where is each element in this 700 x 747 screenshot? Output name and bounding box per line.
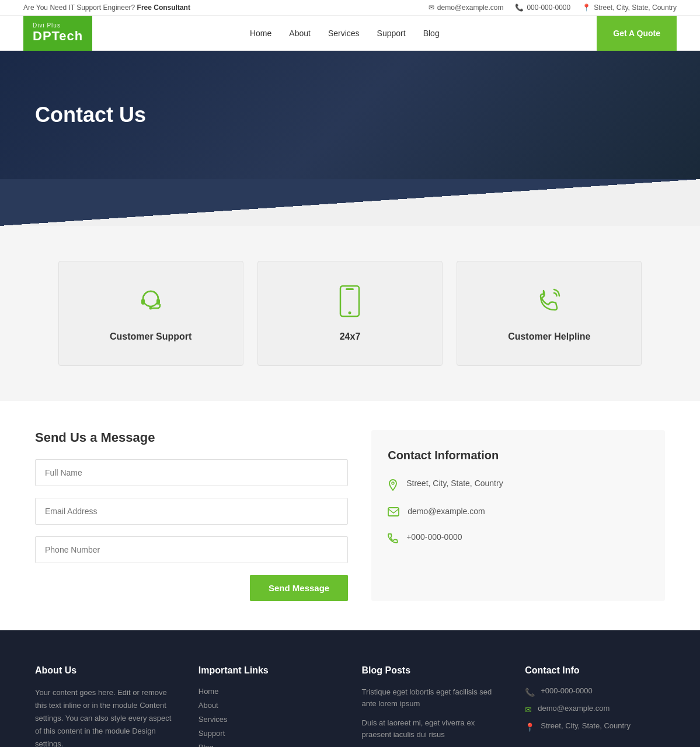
card-customer-support: Customer Support <box>58 261 243 366</box>
top-bar: Are You Need IT Support Engineer? Free C… <box>0 0 700 16</box>
form-heading: Send Us a Message <box>35 430 348 445</box>
footer-link-about[interactable]: About <box>198 700 339 710</box>
footer-contact-heading: Contact Info <box>525 665 665 676</box>
svg-rect-5 <box>346 288 354 290</box>
card-24x7-label: 24x7 <box>340 331 361 342</box>
location-icon: 📍 <box>582 4 591 12</box>
footer-blog: Blog Posts Tristique eget lobortis eget … <box>362 665 502 747</box>
phone-input[interactable] <box>35 536 348 563</box>
phone-ring-icon <box>533 285 566 322</box>
email-icon: ✉ <box>429 4 434 12</box>
footer-contact-email: ✉ demo@example.com <box>525 704 665 714</box>
svg-point-7 <box>392 482 394 484</box>
footer-contact-phone: 📞 +000-000-0000 <box>525 686 665 697</box>
footer-phone-icon: 📞 <box>525 687 535 697</box>
card-24x7: 24x7 <box>257 261 443 366</box>
address-icon <box>388 479 398 494</box>
contact-email: demo@example.com <box>388 507 649 519</box>
footer-about-text: Your content goes here. Edit or remove t… <box>35 686 175 747</box>
nav-item-services[interactable]: Services <box>328 29 360 38</box>
top-bar-right: ✉ demo@example.com 📞 000-000-0000 📍 Stre… <box>429 4 677 12</box>
svg-rect-8 <box>388 508 399 516</box>
get-quote-button[interactable]: Get A Quote <box>597 16 677 51</box>
footer-links-list: Home About Services Support Blog <box>198 686 339 747</box>
svg-point-3 <box>149 307 152 310</box>
footer-about: About Us Your content goes here. Edit or… <box>35 665 175 747</box>
phone-icon-ci <box>388 533 398 546</box>
hero-section: Contact Us <box>0 51 700 179</box>
logo-main: DPTech <box>33 29 83 44</box>
contact-section: Send Us a Message Send Message Contact I… <box>0 401 700 630</box>
navbar: Divi Plus DPTech Home About Services Sup… <box>0 16 700 51</box>
topbar-left-text: Are You Need IT Support Engineer? <box>23 4 135 12</box>
hero-title: Contact Us <box>35 103 146 127</box>
form-column: Send Us a Message Send Message <box>35 430 348 601</box>
footer-links: Important Links Home About Services Supp… <box>198 665 339 747</box>
contact-address: Street, City, State, Country <box>388 479 649 494</box>
blog-post-2[interactable]: Duis at laoreet mi, eget viverra ex prae… <box>362 717 502 740</box>
svg-rect-1 <box>141 299 145 305</box>
cards-row: Customer Support 24x7 Customer Helpl <box>58 261 642 366</box>
contact-info-box: Contact Information Street, City, State,… <box>371 430 665 601</box>
hero-cut <box>0 179 700 226</box>
mobile-phone-icon <box>337 285 363 322</box>
svg-rect-2 <box>156 299 160 305</box>
form-section-inner: Send Us a Message Send Message Contact I… <box>35 430 665 601</box>
logo-top: Divi Plus <box>33 22 83 29</box>
footer-link-blog[interactable]: Blog <box>198 742 339 747</box>
footer-grid: About Us Your content goes here. Edit or… <box>35 665 665 747</box>
topbar-location: 📍 Street, City, State, Country <box>582 4 677 12</box>
hero-content: Contact Us <box>35 103 146 127</box>
card-customer-support-label: Customer Support <box>110 331 191 342</box>
email-icon-ci <box>388 507 399 519</box>
full-name-input[interactable] <box>35 459 348 486</box>
svg-point-6 <box>349 312 351 315</box>
footer-email-icon: ✉ <box>525 705 532 714</box>
top-bar-left: Are You Need IT Support Engineer? Free C… <box>23 4 190 12</box>
footer: About Us Your content goes here. Edit or… <box>0 630 700 747</box>
footer-contact: Contact Info 📞 +000-000-0000 ✉ demo@exam… <box>525 665 665 747</box>
footer-contact-address: 📍 Street, City, State, Country <box>525 721 665 732</box>
nav-item-about[interactable]: About <box>289 29 311 38</box>
footer-link-support[interactable]: Support <box>198 728 339 738</box>
email-input[interactable] <box>35 498 348 525</box>
headset-icon <box>134 285 167 322</box>
nav-links: Home About Services Support Blog <box>250 29 440 38</box>
phone-icon: 📞 <box>515 4 524 12</box>
cards-section: Customer Support 24x7 Customer Helpl <box>0 226 700 401</box>
footer-blog-heading: Blog Posts <box>362 665 502 676</box>
nav-item-blog[interactable]: Blog <box>423 29 440 38</box>
card-customer-helpline-label: Customer Helpline <box>508 331 590 342</box>
card-customer-helpline: Customer Helpline <box>457 261 642 366</box>
logo[interactable]: Divi Plus DPTech <box>23 16 92 51</box>
blog-post-1[interactable]: Tristique eget lobortis eget facilisis s… <box>362 686 502 709</box>
contact-info-heading: Contact Information <box>388 449 649 462</box>
nav-item-support[interactable]: Support <box>377 29 406 38</box>
footer-links-heading: Important Links <box>198 665 339 676</box>
footer-location-icon: 📍 <box>525 722 535 732</box>
footer-about-heading: About Us <box>35 665 175 676</box>
topbar-phone: 📞 000-000-0000 <box>515 4 570 12</box>
footer-link-home[interactable]: Home <box>198 686 339 696</box>
send-message-button[interactable]: Send Message <box>250 575 348 601</box>
footer-link-services[interactable]: Services <box>198 714 339 724</box>
contact-phone: +000-000-0000 <box>388 532 649 546</box>
topbar-bold-text: Free Consultant <box>137 4 190 12</box>
topbar-email: ✉ demo@example.com <box>429 4 504 12</box>
nav-item-home[interactable]: Home <box>250 29 271 38</box>
